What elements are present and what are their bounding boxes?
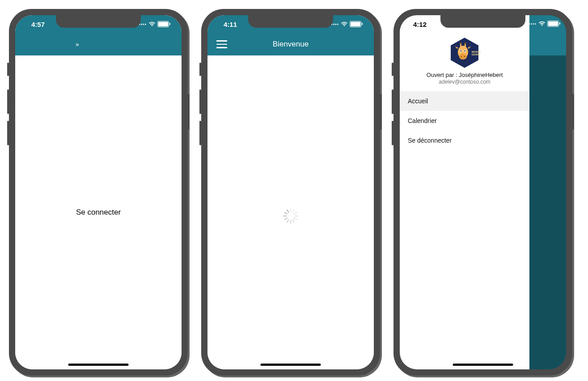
- side-button: [7, 63, 9, 76]
- phone-notch: [248, 15, 333, 28]
- nav-bar: Bienvenue: [207, 33, 374, 55]
- page-title: Bienvenue: [207, 40, 374, 49]
- volume-down-button: [392, 121, 393, 145]
- side-button: [392, 63, 393, 76]
- main-content: [207, 55, 374, 369]
- home-indicator[interactable]: [453, 364, 513, 366]
- svg-point-10: [464, 42, 466, 44]
- menu-item-home[interactable]: Accueil: [400, 91, 529, 111]
- status-time: 4:12: [413, 21, 427, 28]
- main-content: Se connecter: [15, 55, 182, 369]
- power-button: [188, 94, 190, 130]
- phone-notch: [440, 15, 525, 28]
- volume-down-button: [7, 121, 9, 145]
- phone-frame-3: •••• 4:12: [393, 9, 572, 376]
- svg-point-11: [461, 56, 462, 57]
- signin-button[interactable]: Se connecter: [76, 208, 121, 217]
- volume-down-button: [199, 121, 201, 145]
- battery-icon: [157, 21, 169, 27]
- navigation-drawer: 4:12 MICROS: [400, 15, 529, 369]
- status-time: 4:57: [31, 21, 45, 28]
- status-time: 4:11: [224, 21, 237, 28]
- loading-spinner-icon: [283, 205, 298, 220]
- home-indicator[interactable]: [261, 364, 321, 366]
- wifi-icon: [148, 21, 156, 27]
- nav-bar-underlay: ••••: [529, 15, 566, 55]
- volume-up-button: [199, 89, 201, 114]
- wifi-icon: [341, 21, 348, 27]
- phone-frame-1: 4:57 •••• » Se connecter: [9, 9, 188, 376]
- user-display-name: Ouvert par : JoséphineHebert: [427, 72, 503, 78]
- battery-icon: [547, 21, 559, 27]
- side-button: [199, 63, 201, 76]
- cellular-icon: ••••: [529, 21, 537, 26]
- home-indicator[interactable]: [68, 364, 129, 366]
- user-prefix: Ouvert par :: [427, 72, 459, 78]
- menu-item-calendar[interactable]: Calendrier: [400, 111, 529, 131]
- nav-bar: »: [15, 33, 182, 55]
- svg-point-12: [464, 56, 465, 57]
- svg-point-6: [465, 50, 466, 51]
- phone-frame-2: 4:11 •••• Bienvenue: [201, 9, 380, 376]
- phone-notch: [56, 15, 141, 28]
- avatar: MICROSOFT GRAPH: [448, 37, 481, 69]
- battery-icon: [350, 21, 361, 27]
- wifi-icon: [538, 21, 546, 26]
- svg-point-8: [460, 42, 461, 44]
- drawer-header: MICROSOFT GRAPH Ouvert par : JoséphineHe…: [400, 35, 529, 91]
- svg-point-4: [461, 50, 462, 51]
- power-button: [380, 94, 382, 130]
- user-email: adelev@contoso.com: [439, 79, 491, 85]
- power-button: [572, 94, 574, 130]
- menu-item-signout[interactable]: Se déconnecter: [400, 131, 529, 150]
- volume-up-button: [7, 89, 9, 114]
- volume-up-button: [392, 89, 393, 114]
- svg-point-2: [459, 54, 467, 59]
- svg-text:GRAPH: GRAPH: [472, 53, 480, 56]
- user-name: JoséphineHebert: [459, 72, 503, 78]
- nav-chevron-icon[interactable]: »: [76, 41, 79, 48]
